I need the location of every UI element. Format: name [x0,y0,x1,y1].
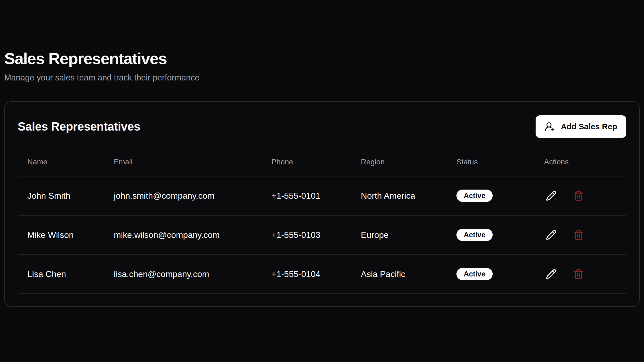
page: Sales Representatives Manage your sales … [0,0,644,307]
column-header-actions: Actions [535,138,627,176]
column-header-name: Name [18,138,104,176]
cell-phone: +1-555-0101 [262,176,351,215]
trash-icon [573,269,584,279]
add-sales-rep-button[interactable]: Add Sales Rep [536,115,626,138]
sales-reps-card: Sales Representatives Add Sales Rep [4,101,640,307]
status-badge: Active [456,268,493,280]
trash-icon [573,230,584,240]
column-header-phone: Phone [262,138,351,176]
trash-icon [573,190,584,201]
delete-button[interactable] [573,190,584,201]
cell-phone: +1-555-0103 [262,215,351,254]
cell-region: Asia Pacific [351,254,447,294]
table-row: Mike Wilson mike.wilson@company.com +1-5… [18,215,626,254]
cell-status: Active [447,254,535,294]
card-header: Sales Representatives Add Sales Rep [18,115,626,138]
actions-wrap [544,230,620,240]
edit-button[interactable] [546,269,557,279]
cell-status: Active [447,176,535,215]
cell-email: john.smith@company.com [104,176,262,215]
column-header-region: Region [351,138,447,176]
cell-region: North America [351,176,447,215]
cell-actions [535,254,627,294]
actions-wrap [544,269,620,279]
actions-wrap [544,190,620,201]
card-title: Sales Representatives [18,120,140,133]
cell-email: lisa.chen@company.com [104,254,262,294]
table-body: John Smith john.smith@company.com +1-555… [18,176,626,294]
cell-actions [535,215,627,254]
status-badge: Active [456,229,493,241]
page-title: Sales Representatives [4,50,640,68]
user-plus-icon [545,121,555,132]
cell-name: Mike Wilson [18,215,104,254]
edit-button[interactable] [546,230,557,240]
cell-phone: +1-555-0104 [262,254,351,294]
column-header-email: Email [104,138,262,176]
sales-reps-table: Name Email Phone Region Status Actions J… [18,138,626,294]
page-subtitle: Manage your sales team and track their p… [4,73,640,83]
column-header-status: Status [447,138,535,176]
cell-region: Europe [351,215,447,254]
pencil-icon [546,269,557,279]
cell-actions [535,176,627,215]
cell-name: Lisa Chen [18,254,104,294]
table-row: Lisa Chen lisa.chen@company.com +1-555-0… [18,254,626,294]
pencil-icon [546,190,557,201]
cell-email: mike.wilson@company.com [104,215,262,254]
cell-status: Active [447,215,535,254]
status-badge: Active [456,190,493,202]
delete-button[interactable] [573,269,584,279]
table-header-row: Name Email Phone Region Status Actions [18,138,626,176]
pencil-icon [546,230,557,240]
delete-button[interactable] [573,230,584,240]
table-row: John Smith john.smith@company.com +1-555… [18,176,626,215]
edit-button[interactable] [546,190,557,201]
add-sales-rep-label: Add Sales Rep [561,122,617,131]
cell-name: John Smith [18,176,104,215]
